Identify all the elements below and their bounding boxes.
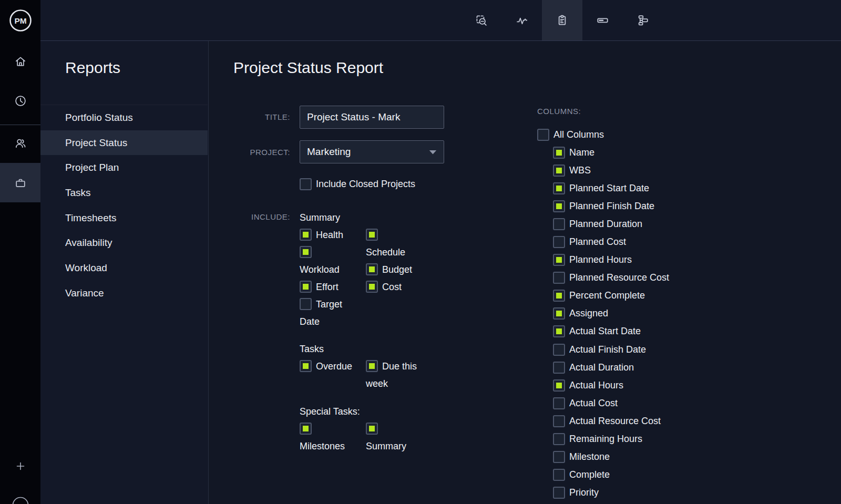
rail-recent-button[interactable] xyxy=(0,86,40,116)
checkbox-checked[interactable] xyxy=(553,200,565,212)
checkbox-unchecked[interactable] xyxy=(553,487,565,499)
include-effort[interactable]: Effort xyxy=(300,279,354,296)
checkbox-label: Planned Cost xyxy=(569,236,626,248)
checkbox-checked[interactable] xyxy=(366,263,378,275)
checkbox-unchecked[interactable] xyxy=(553,397,565,409)
checkbox-unchecked[interactable] xyxy=(300,298,312,310)
rail-home-button[interactable] xyxy=(0,47,40,76)
include-cost[interactable]: Cost xyxy=(366,279,420,296)
column-option-priority[interactable]: Priority xyxy=(553,484,747,502)
checkbox-checked[interactable] xyxy=(553,164,565,177)
topbar-activity-button[interactable] xyxy=(501,0,542,40)
topbar-workflow-button[interactable] xyxy=(623,0,663,40)
checkbox-checked[interactable] xyxy=(300,360,312,372)
include-budget[interactable]: Budget xyxy=(366,261,420,279)
checkbox-unchecked[interactable] xyxy=(553,344,565,356)
top-bar xyxy=(40,0,841,41)
brand-logo[interactable]: PM xyxy=(0,0,40,40)
column-option-all-columns[interactable]: All Columns xyxy=(537,126,747,143)
column-option-actual-hours[interactable]: Actual Hours xyxy=(553,376,747,394)
column-option-actual-resource-cost[interactable]: Actual Resource Cost xyxy=(553,412,747,430)
page-title: Project Status Report xyxy=(233,59,383,77)
project-field-label: PROJECT: xyxy=(210,148,290,157)
rail-team-button[interactable] xyxy=(0,128,40,158)
column-option-complete[interactable]: Complete xyxy=(553,466,747,484)
timeline-bar-icon xyxy=(596,13,610,27)
topbar-timeline-button[interactable] xyxy=(582,0,623,40)
checkbox-checked[interactable] xyxy=(300,423,312,435)
column-option-percent-complete[interactable]: Percent Complete xyxy=(553,287,747,305)
reports-nav-item-portfolio-status[interactable]: Portfolio Status xyxy=(40,105,208,130)
column-option-planned-duration[interactable]: Planned Duration xyxy=(553,215,747,233)
checkbox-checked[interactable] xyxy=(300,229,312,241)
reports-nav-item-variance[interactable]: Variance xyxy=(40,281,208,306)
checkbox-checked[interactable] xyxy=(553,254,565,266)
column-option-name[interactable]: Name xyxy=(553,143,747,161)
column-option-actual-start-date[interactable]: Actual Start Date xyxy=(553,323,747,341)
checkbox-unchecked[interactable] xyxy=(553,451,565,463)
column-option-wbs[interactable]: WBS xyxy=(553,161,747,179)
checkbox-checked[interactable] xyxy=(553,325,565,337)
include-workload[interactable]: Workload xyxy=(300,244,354,279)
checkbox-label: Milestones xyxy=(300,441,345,451)
column-option-remaining-hours[interactable]: Remaining Hours xyxy=(553,430,747,448)
column-option-actual-cost[interactable]: Actual Cost xyxy=(553,394,747,412)
checkbox-label: Actual Start Date xyxy=(569,326,641,337)
column-option-milestone[interactable]: Milestone xyxy=(553,448,747,466)
rail-add-button[interactable] xyxy=(0,451,40,481)
checkbox-checked[interactable] xyxy=(553,307,565,320)
checkbox-unchecked[interactable] xyxy=(300,178,312,190)
include-health[interactable]: Health xyxy=(300,227,354,244)
checkbox-checked[interactable] xyxy=(366,229,378,241)
include-milestones[interactable]: Milestones xyxy=(300,420,354,455)
column-option-planned-finish-date[interactable]: Planned Finish Date xyxy=(553,197,747,215)
checkbox-checked[interactable] xyxy=(553,182,565,194)
include-due-this-week[interactable]: Due this week xyxy=(366,358,420,393)
column-option-assigned[interactable]: Assigned xyxy=(553,305,747,323)
topbar-reports-button[interactable] xyxy=(542,0,582,40)
checkbox-unchecked[interactable] xyxy=(553,272,565,284)
include-closed-projects-option[interactable]: Include Closed Projects xyxy=(300,178,415,190)
activity-pulse-icon xyxy=(515,13,529,27)
rail-projects-button[interactable] xyxy=(0,163,40,202)
column-option-planned-start-date[interactable]: Planned Start Date xyxy=(553,179,747,197)
column-option-planned-cost[interactable]: Planned Cost xyxy=(553,233,747,251)
checkbox-checked[interactable] xyxy=(366,281,378,293)
report-title-input[interactable] xyxy=(300,106,444,129)
checkbox-checked[interactable] xyxy=(366,423,378,435)
project-select[interactable]: Marketing xyxy=(300,140,444,163)
checkbox-unchecked[interactable] xyxy=(553,433,565,445)
checkbox-checked[interactable] xyxy=(300,246,312,258)
checkbox-checked[interactable] xyxy=(300,281,312,293)
checkbox-checked[interactable] xyxy=(366,360,378,372)
column-option-actual-duration[interactable]: Actual Duration xyxy=(553,358,747,376)
include-section-heading: Tasks xyxy=(300,341,457,358)
checkbox-checked[interactable] xyxy=(553,290,565,302)
checkbox-checked[interactable] xyxy=(553,147,565,159)
columns-section: COLUMNS: All Columns NameWBSPlanned Star… xyxy=(537,107,747,502)
checkbox-unchecked[interactable] xyxy=(553,236,565,248)
reports-nav-item-project-status[interactable]: Project Status xyxy=(40,130,208,156)
rail-help-button[interactable] xyxy=(0,491,40,504)
include-overdue[interactable]: Overdue xyxy=(300,358,354,375)
checkbox-unchecked[interactable] xyxy=(537,129,549,141)
checkbox-unchecked[interactable] xyxy=(553,362,565,374)
include-summary[interactable]: Summary xyxy=(366,420,420,455)
reports-nav-item-availability[interactable]: Availability xyxy=(40,230,208,255)
column-option-planned-hours[interactable]: Planned Hours xyxy=(553,251,747,269)
topbar-search-area-button[interactable] xyxy=(461,0,501,40)
reports-nav-item-project-plan[interactable]: Project Plan xyxy=(40,155,208,180)
checkbox-unchecked[interactable] xyxy=(553,218,565,230)
help-circle-icon xyxy=(12,489,29,504)
reports-nav-item-timesheets[interactable]: Timesheets xyxy=(40,205,208,231)
include-schedule[interactable]: Schedule xyxy=(366,227,420,261)
reports-nav-item-workload[interactable]: Workload xyxy=(40,255,208,281)
checkbox-unchecked[interactable] xyxy=(553,415,565,427)
column-option-planned-resource-cost[interactable]: Planned Resource Cost xyxy=(553,269,747,287)
reports-nav-item-tasks[interactable]: Tasks xyxy=(40,180,208,205)
checkbox-unchecked[interactable] xyxy=(553,469,565,481)
column-option-actual-finish-date[interactable]: Actual Finish Date xyxy=(553,341,747,358)
checkbox-checked[interactable] xyxy=(553,379,565,392)
include-target-date[interactable]: Target Date xyxy=(300,296,354,331)
include-section-heading: Special Tasks: xyxy=(300,403,457,420)
